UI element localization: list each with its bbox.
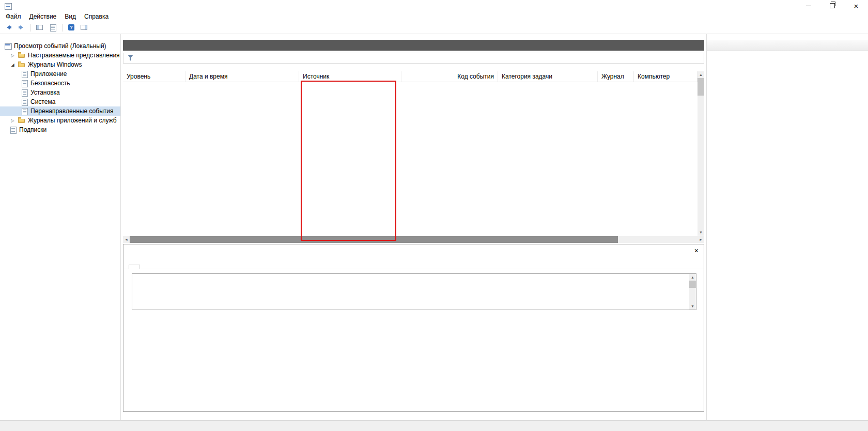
restore-icon [830, 3, 835, 8]
tree-item-label: Журналы приложений и служб [28, 117, 117, 124]
status-bar [0, 420, 868, 431]
window-controls: × [797, 0, 868, 11]
tree-item-application[interactable]: Приложение [0, 69, 120, 79]
event-description: ▲ ▼ [132, 273, 696, 310]
actions-pane [706, 34, 868, 421]
event-table: УровеньДата и времяИсточникКод событияКа… [123, 71, 704, 243]
scroll-right-icon[interactable]: ► [698, 236, 704, 243]
center-panel: УровеньДата и времяИсточникКод событияКа… [121, 34, 706, 421]
toolbar-separator [30, 24, 31, 32]
export-list-icon [49, 24, 57, 32]
filter-icon [127, 54, 135, 62]
folder-icon [18, 52, 26, 59]
menu-file[interactable]: Файл [2, 12, 25, 21]
action-pane-icon [81, 24, 88, 32]
menu-bar: ФайлДействиеВидСправка [0, 11, 868, 22]
subscriptions-icon [9, 126, 17, 134]
menu-view[interactable]: Вид [60, 12, 80, 21]
tree-item-label: Подписки [19, 126, 47, 133]
description-scrollbar[interactable]: ▲ ▼ [689, 274, 696, 310]
console-tree-icon [36, 24, 44, 32]
help-button[interactable] [66, 23, 78, 33]
log-icon [21, 107, 28, 115]
tree-item-label: Перенаправленные события [30, 107, 113, 115]
tab-general[interactable] [129, 265, 140, 269]
scroll-up-icon[interactable]: ▲ [698, 71, 704, 78]
tree-item-system[interactable]: Система [0, 97, 120, 106]
event-viewer-app-icon [4, 2, 12, 10]
detail-header: × [123, 244, 704, 257]
titlebar: × [0, 0, 868, 11]
tree-item-label: Приложение [30, 70, 67, 78]
tree-item-forwarded-events[interactable]: Перенаправленные события [0, 106, 120, 116]
log-icon [21, 89, 28, 97]
close-icon: × [854, 2, 859, 10]
back-arrow-icon [5, 24, 12, 32]
tree-item-security[interactable]: Безопасность [0, 79, 120, 88]
column-header-category[interactable]: Категория задачи [498, 71, 598, 82]
help-icon [68, 24, 75, 32]
column-header-computer[interactable]: Компьютер [634, 71, 698, 82]
export-list-button[interactable] [47, 23, 59, 33]
table-vertical-scrollbar[interactable]: ▲ ▼ [698, 71, 704, 236]
action-pane-button[interactable] [79, 23, 90, 33]
log-icon [21, 70, 28, 78]
scroll-down-icon[interactable]: ▼ [689, 303, 696, 310]
tab-details[interactable] [140, 266, 150, 269]
tree-item-app-services-logs[interactable]: ▷Журналы приложений и служб [0, 116, 120, 125]
column-header-journal[interactable]: Журнал [598, 71, 634, 82]
tree-item-event-viewer-local[interactable]: Просмотр событий (Локальный) [0, 41, 120, 51]
toolbar-separator [62, 24, 63, 32]
log-header-bar [123, 40, 704, 51]
restore-button[interactable] [820, 0, 844, 11]
console-icon [4, 42, 12, 50]
tree-item-label: Система [30, 98, 55, 105]
scrollbar-thumb[interactable] [689, 281, 696, 288]
menu-action[interactable]: Действие [25, 12, 61, 21]
column-header-datetime[interactable]: Дата и время [185, 71, 299, 82]
scrollbar-thumb[interactable] [698, 78, 704, 96]
close-button[interactable]: × [844, 0, 868, 11]
tree-item-setup[interactable]: Установка [0, 88, 120, 97]
scroll-left-icon[interactable]: ◄ [123, 236, 130, 243]
tree-item-label: Просмотр событий (Локальный) [14, 42, 106, 50]
tree-item-label: Журналы Windows [28, 61, 82, 68]
tree-item-custom-views[interactable]: ▷Настраиваемые представления [0, 51, 120, 60]
scroll-up-icon[interactable]: ▲ [689, 274, 696, 281]
folder-icon [18, 61, 26, 69]
forward-arrow-icon [18, 24, 25, 32]
minimize-button[interactable] [797, 0, 820, 11]
column-header-source[interactable]: Источник [299, 71, 401, 82]
forward-button[interactable] [16, 23, 27, 33]
scrollbar-thumb[interactable] [130, 236, 618, 243]
log-icon [21, 80, 28, 87]
column-header-level[interactable]: Уровень [123, 71, 185, 82]
table-body [123, 82, 704, 236]
collapsed-expander-icon[interactable]: ▷ [9, 53, 16, 58]
actions-title [707, 40, 868, 51]
console-tree: Просмотр событий (Локальный)▷Настраиваем… [0, 34, 121, 421]
detail-tabs [123, 257, 704, 269]
collapsed-expander-icon[interactable]: ▷ [9, 118, 16, 123]
menu-help[interactable]: Справка [80, 12, 113, 21]
table-header: УровеньДата и времяИсточникКод событияКа… [123, 71, 704, 82]
console-tree-button[interactable] [34, 23, 46, 33]
column-header-code[interactable]: Код события [401, 71, 498, 82]
tree-item-windows-logs[interactable]: ◢Журналы Windows [0, 60, 120, 69]
folder-icon [18, 117, 26, 125]
event-viewer-window: × ФайлДействиеВидСправка Просмотр событи… [0, 0, 868, 431]
back-button[interactable] [3, 23, 14, 33]
table-horizontal-scrollbar[interactable]: ◄ ► [123, 236, 704, 243]
log-icon [21, 98, 28, 106]
tree-item-subscriptions[interactable]: Подписки [0, 125, 120, 134]
tree-item-label: Настраиваемые представления [28, 52, 120, 59]
event-detail-pane: × ▲ ▼ [123, 244, 704, 412]
main-area: Просмотр событий (Локальный)▷Настраиваем… [0, 34, 868, 421]
expanded-expander-icon[interactable]: ◢ [9, 63, 16, 67]
scroll-down-icon[interactable]: ▼ [698, 229, 704, 236]
minimize-icon [806, 6, 811, 6]
tree-item-label: Безопасность [30, 80, 70, 87]
toolbar [0, 22, 868, 34]
detail-close-button[interactable]: × [694, 247, 699, 254]
tree-item-label: Установка [30, 89, 60, 96]
